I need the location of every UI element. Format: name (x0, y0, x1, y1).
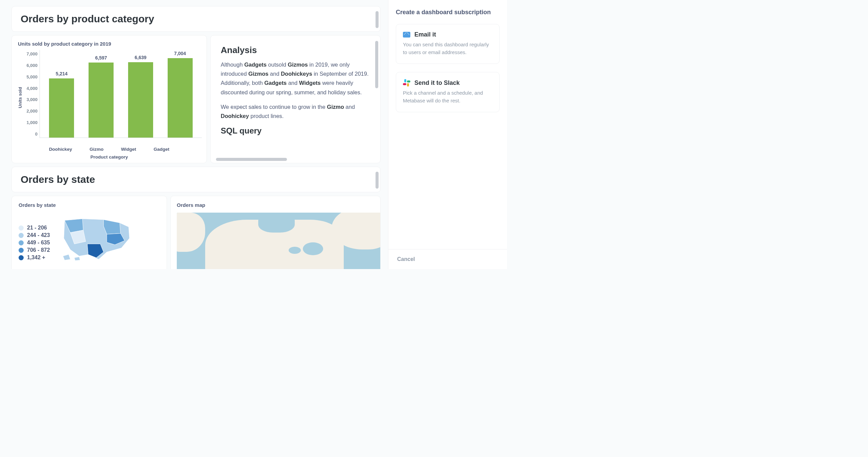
x-axis-label: Product category (17, 154, 202, 160)
bar-rect (168, 58, 193, 138)
usa-choropleth-map (58, 213, 136, 263)
bars-container: 5,2146,5976,6397,004 (40, 50, 202, 138)
analysis-heading: Analysis (221, 45, 370, 55)
legend-item: 706 - 872 (19, 247, 50, 253)
analysis-paragraph: We expect sales to continue to grow in t… (221, 102, 370, 121)
section-header-orders-by-state: Orders by state (11, 167, 381, 192)
scrollbar-thumb[interactable] (376, 172, 379, 189)
legend-label: 244 - 423 (27, 232, 50, 238)
bar[interactable]: 7,004 (166, 51, 194, 138)
bar[interactable]: 6,597 (87, 55, 115, 138)
section-header-orders-by-category: Orders by product category (11, 6, 381, 32)
section-title: Orders by product category (21, 13, 371, 25)
dashboard-main: Orders by product category Units sold by… (0, 0, 388, 269)
sql-query-heading: SQL query (221, 126, 370, 136)
subscription-side-panel: Create a dashboard subscription Email it… (388, 0, 507, 269)
y-tick: 7,000 (26, 51, 38, 56)
bar[interactable]: 5,214 (47, 71, 76, 138)
row-chart-analysis: Units sold by product category in 2019 U… (11, 35, 381, 163)
legend-item: 244 - 423 (19, 232, 50, 238)
slack-subscription-card[interactable]: Send it to Slack Pick a channel and a sc… (396, 72, 500, 112)
y-tick: 5,000 (26, 74, 38, 79)
legend-list: 21 - 206244 - 423449 - 635706 - 8721,342… (19, 213, 50, 261)
y-tick: 3,000 (26, 97, 38, 102)
side-panel-title: Create a dashboard subscription (396, 9, 500, 16)
bar-value-label: 5,214 (56, 71, 68, 76)
x-category: Widget (121, 147, 136, 152)
legend-swatch (19, 233, 24, 238)
y-axis-label: Units sold (18, 87, 23, 108)
analysis-paragraph: Although Gadgets outsold Gizmos in 2019,… (221, 60, 370, 97)
slack-card-desc: Pick a channel and a schedule, and Metab… (403, 89, 492, 104)
bar-rect (49, 78, 74, 138)
legend-item: 1,342 + (19, 255, 50, 261)
bar[interactable]: 6,639 (126, 55, 155, 138)
legend-swatch (19, 255, 24, 260)
scrollbar-thumb[interactable] (216, 158, 287, 161)
x-axis-categories: DoohickeyGizmoWidgetGadget (17, 145, 202, 152)
email-card-desc: You can send this dashboard regularly to… (403, 41, 492, 56)
orders-by-state-card[interactable]: Orders by state 21 - 206244 - 423449 - 6… (11, 196, 167, 269)
bar-value-label: 6,597 (95, 55, 107, 61)
email-icon (403, 32, 410, 38)
card-title: Orders map (177, 202, 380, 208)
bar-chart-card[interactable]: Units sold by product category in 2019 U… (11, 35, 207, 163)
analysis-card[interactable]: Analysis Although Gadgets outsold Gizmos… (210, 35, 381, 163)
bar-value-label: 6,639 (135, 55, 146, 60)
legend-swatch (19, 240, 24, 245)
legend-swatch (19, 225, 24, 231)
side-panel-footer: Cancel (388, 249, 507, 269)
y-tick: 6,000 (26, 63, 38, 68)
legend-label: 706 - 872 (27, 247, 50, 253)
y-axis-label-wrap: Units sold (17, 50, 23, 145)
x-category: Gizmo (90, 147, 103, 152)
y-tick: 0 (35, 131, 38, 137)
bar-rect (128, 62, 153, 138)
slack-card-title: Send it to Slack (414, 79, 460, 87)
email-subscription-card[interactable]: Email it You can send this dashboard reg… (396, 24, 500, 64)
legend-item: 449 - 635 (19, 240, 50, 246)
scrollbar-thumb[interactable] (376, 11, 379, 28)
y-tick: 2,000 (26, 109, 38, 114)
bar-rect (89, 63, 114, 138)
chart-title: Units sold by product category in 2019 (18, 41, 202, 47)
y-axis-ticks: 7,0006,0005,0004,0003,0002,0001,0000 (23, 50, 40, 145)
world-map[interactable] (177, 213, 380, 269)
y-tick: 4,000 (26, 86, 38, 91)
row-state-maps: Orders by state 21 - 206244 - 423449 - 6… (11, 196, 381, 269)
scrollbar-thumb[interactable] (375, 41, 378, 88)
chart-plot-area: 5,2146,5976,6397,004 (40, 50, 202, 138)
x-category: Gadget (154, 147, 170, 152)
slack-icon (403, 79, 410, 87)
section-title: Orders by state (21, 174, 371, 185)
x-category: Doohickey (49, 147, 72, 152)
email-card-title: Email it (414, 31, 436, 38)
legend-label: 1,342 + (27, 255, 45, 261)
bar-value-label: 7,004 (174, 51, 186, 56)
legend-label: 21 - 206 (27, 225, 47, 231)
orders-map-card[interactable]: Orders map (170, 196, 381, 269)
legend-item: 21 - 206 (19, 225, 50, 231)
card-title: Orders by state (19, 202, 160, 208)
chart-body: Units sold 7,0006,0005,0004,0003,0002,00… (17, 50, 202, 145)
legend-label: 449 - 635 (27, 240, 50, 246)
cancel-button[interactable]: Cancel (397, 256, 415, 262)
y-tick: 1,000 (26, 120, 38, 125)
legend-swatch (19, 248, 24, 253)
legend-and-map: 21 - 206244 - 423449 - 635706 - 8721,342… (19, 213, 160, 263)
